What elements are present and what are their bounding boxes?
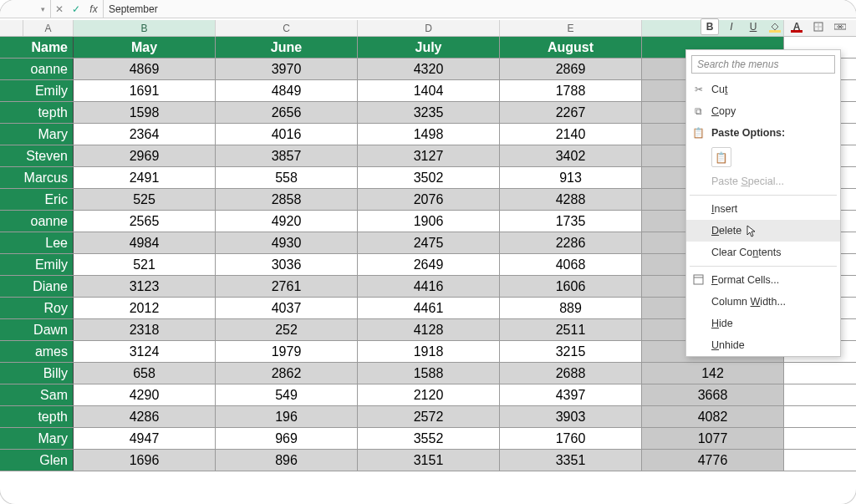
- cell-july[interactable]: 2475: [358, 232, 500, 253]
- cell-july[interactable]: 2120: [358, 384, 500, 405]
- cell-july[interactable]: 4128: [358, 319, 500, 340]
- cell-may[interactable]: 2969: [74, 145, 216, 166]
- row-name[interactable]: Emily: [0, 80, 74, 101]
- menu-search-input[interactable]: Search the menus: [691, 55, 835, 74]
- cell-august[interactable]: 4397: [500, 384, 642, 405]
- cell-may[interactable]: 1696: [74, 450, 216, 471]
- cell-july[interactable]: 2649: [358, 254, 500, 275]
- cell-may[interactable]: 3124: [74, 341, 216, 362]
- cell-august[interactable]: 3351: [500, 450, 642, 471]
- insert-function-button[interactable]: fx: [84, 3, 103, 15]
- bold-button[interactable]: B: [701, 18, 719, 35]
- menu-copy[interactable]: ⧉ Copy: [686, 100, 840, 122]
- menu-cut[interactable]: ✂ Cut: [686, 79, 840, 100]
- menu-paste-default[interactable]: 📋: [686, 144, 840, 171]
- cell-june[interactable]: 969: [216, 428, 358, 449]
- cell-july[interactable]: 1588: [358, 363, 500, 384]
- cell-august[interactable]: 913: [500, 167, 642, 188]
- column-header-A[interactable]: A: [23, 20, 74, 36]
- menu-unhide[interactable]: Unhide: [686, 334, 840, 356]
- row-name[interactable]: Mary: [0, 428, 74, 449]
- row-name[interactable]: oanne: [0, 59, 74, 79]
- cell-august[interactable]: 3402: [500, 145, 642, 166]
- header-name[interactable]: Name: [0, 37, 74, 58]
- cell-may[interactable]: 4286: [74, 406, 216, 427]
- cell-may[interactable]: 1691: [74, 80, 216, 101]
- row-name[interactable]: Roy: [0, 298, 74, 318]
- menu-format-cells[interactable]: Format Cells...: [686, 269, 840, 291]
- cell-august[interactable]: 3903: [500, 406, 642, 427]
- cell-july[interactable]: 2572: [358, 406, 500, 427]
- cell-august[interactable]: 2688: [500, 363, 642, 384]
- column-header-B[interactable]: B: [74, 20, 216, 36]
- row-name[interactable]: Dawn: [0, 319, 74, 340]
- cell-june[interactable]: 549: [216, 384, 358, 405]
- row-name[interactable]: Glen: [0, 450, 74, 471]
- cell-june[interactable]: 3970: [216, 59, 358, 79]
- cell-f[interactable]: 4776: [642, 450, 784, 471]
- cell-july[interactable]: 3552: [358, 428, 500, 449]
- cell-august[interactable]: 1760: [500, 428, 642, 449]
- merge-button[interactable]: [831, 18, 849, 35]
- menu-column-width[interactable]: Column Width...: [686, 291, 840, 313]
- cell-june[interactable]: 4016: [216, 124, 358, 145]
- font-color-button[interactable]: A: [787, 18, 806, 35]
- cell-may[interactable]: 4984: [74, 232, 216, 253]
- cell-may[interactable]: 4947: [74, 428, 216, 449]
- cell-f[interactable]: 4082: [642, 406, 784, 427]
- menu-clear-contents[interactable]: Clear Contents: [686, 242, 840, 263]
- cell-august[interactable]: 3215: [500, 341, 642, 362]
- header-june[interactable]: June: [216, 37, 358, 58]
- row-name[interactable]: Emily: [0, 254, 74, 275]
- row-name[interactable]: Steven: [0, 145, 74, 166]
- cell-june[interactable]: 1979: [216, 341, 358, 362]
- row-name[interactable]: tepth: [0, 406, 74, 427]
- cell-august[interactable]: 889: [500, 298, 642, 318]
- cell-june[interactable]: 4037: [216, 298, 358, 318]
- formula-confirm-button[interactable]: ✓: [68, 3, 84, 15]
- cell-july[interactable]: 3235: [358, 102, 500, 123]
- row-name[interactable]: ames: [0, 341, 74, 362]
- row-name[interactable]: tepth: [0, 102, 74, 123]
- cell-july[interactable]: 1498: [358, 124, 500, 145]
- cell-july[interactable]: 1404: [358, 80, 500, 101]
- cell-june[interactable]: 2862: [216, 363, 358, 384]
- cell-june[interactable]: 558: [216, 167, 358, 188]
- cell-may[interactable]: 2565: [74, 211, 216, 232]
- cell-june[interactable]: 196: [216, 406, 358, 427]
- column-header-D[interactable]: D: [358, 20, 500, 36]
- underline-button[interactable]: U: [744, 18, 762, 35]
- header-july[interactable]: July: [358, 37, 500, 58]
- row-name[interactable]: oanne: [0, 211, 74, 232]
- borders-button[interactable]: [809, 18, 828, 35]
- select-all-corner[interactable]: [0, 20, 23, 36]
- cell-july[interactable]: 2076: [358, 189, 500, 210]
- column-header-C[interactable]: C: [216, 20, 358, 36]
- cell-august[interactable]: 1788: [500, 80, 642, 101]
- cell-f[interactable]: 142: [642, 363, 784, 384]
- cell-june[interactable]: 896: [216, 450, 358, 471]
- fill-color-button[interactable]: [766, 18, 784, 35]
- cell-may[interactable]: 1598: [74, 102, 216, 123]
- row-name[interactable]: Eric: [0, 189, 74, 210]
- row-name[interactable]: Billy: [0, 363, 74, 384]
- cell-may[interactable]: 4869: [74, 59, 216, 79]
- cell-june[interactable]: 3857: [216, 145, 358, 166]
- cell-august[interactable]: 1606: [500, 276, 642, 297]
- cell-july[interactable]: 3127: [358, 145, 500, 166]
- cell-june[interactable]: 4849: [216, 80, 358, 101]
- cell-f[interactable]: 1077: [642, 428, 784, 449]
- cell-june[interactable]: 4920: [216, 211, 358, 232]
- column-header-E[interactable]: E: [500, 20, 642, 36]
- cell-august[interactable]: 1735: [500, 211, 642, 232]
- cell-july[interactable]: 4416: [358, 276, 500, 297]
- cell-july[interactable]: 1918: [358, 341, 500, 362]
- cell-july[interactable]: 1906: [358, 211, 500, 232]
- row-name[interactable]: Diane: [0, 276, 74, 297]
- cell-may[interactable]: 2364: [74, 124, 216, 145]
- cell-august[interactable]: 2140: [500, 124, 642, 145]
- cell-june[interactable]: 2858: [216, 189, 358, 210]
- cell-august[interactable]: 4068: [500, 254, 642, 275]
- cell-may[interactable]: 2012: [74, 298, 216, 318]
- cell-july[interactable]: 4320: [358, 59, 500, 79]
